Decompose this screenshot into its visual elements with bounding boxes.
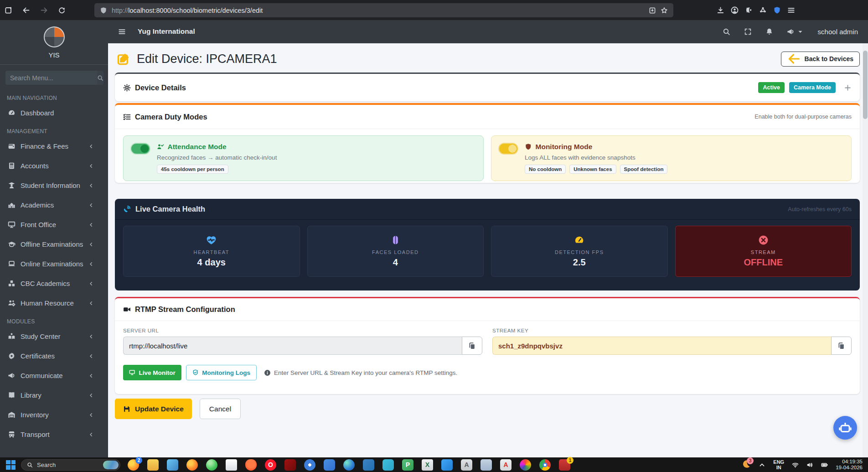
sidebar-item-label: Student Information <box>21 182 80 189</box>
sidebar-item-dashboard[interactable]: Dashboard <box>0 103 108 123</box>
taskbar-app-icon-vscode[interactable] <box>441 459 453 471</box>
monitoring-logs-button[interactable]: Monitoring Logs <box>186 365 257 380</box>
adblock-shield-icon[interactable] <box>773 6 781 14</box>
taskbar-app-icon-sheet[interactable]: X <box>422 459 433 471</box>
monitoring-toggle[interactable] <box>499 144 517 154</box>
list-check-icon <box>123 113 131 121</box>
sidebar-item-offline-examinations[interactable]: Offline Examinations <box>0 234 108 254</box>
sidebar-item-label: Dashboard <box>21 109 54 117</box>
taskbar-app-icon-app-steel[interactable] <box>363 459 374 471</box>
back-to-devices-button[interactable]: Back to Devices <box>781 52 860 67</box>
copy-server-url-button[interactable] <box>462 337 482 355</box>
sidebar-item-student-information[interactable]: Student Information <box>0 176 108 195</box>
taskbar-app-icon-media-player[interactable] <box>284 459 296 471</box>
sidebar-item-front-office[interactable]: Front Office <box>0 215 108 234</box>
volume-icon[interactable] <box>806 462 813 468</box>
sidebar-item-certificates[interactable]: Certificates <box>0 346 108 366</box>
stream-key-input[interactable] <box>492 337 831 355</box>
taskbar-app-icon-firefox-dev[interactable] <box>186 459 198 471</box>
sidebar-item-inventory[interactable]: Inventory <box>0 405 108 425</box>
tray-chevron-up-icon[interactable] <box>759 462 765 468</box>
cancel-button[interactable]: Cancel <box>200 399 241 419</box>
taskbar-app-icon-app-silver-blue[interactable] <box>480 459 492 471</box>
sidebar-item-finance-fees[interactable]: Finance & Fees <box>0 136 108 156</box>
taskbar-app-icon-acrobat[interactable]: A <box>500 459 512 471</box>
browser-forward-button[interactable] <box>40 6 48 14</box>
sidebar-search-input[interactable] <box>5 71 97 85</box>
language-indicator[interactable]: ENGIN <box>773 459 784 470</box>
sidebar-item-label: Online Examinations <box>21 260 83 268</box>
sidebar-item-academics[interactable]: Academics <box>0 195 108 215</box>
attendance-toggle[interactable] <box>131 144 150 154</box>
address-bar[interactable]: http://localhost:8000/school/biometric/d… <box>94 3 673 17</box>
shield-check-icon <box>192 369 199 376</box>
taskbar-app-icon-file-explorer[interactable] <box>147 459 159 471</box>
taskbar-app-icon-color-wheel[interactable] <box>520 459 531 471</box>
expand-card-icon[interactable] <box>844 84 852 92</box>
save-to-pocket-icon[interactable] <box>649 7 656 14</box>
laptop-icon <box>8 260 21 268</box>
server-url-label: SERVER URL <box>123 328 482 333</box>
arrow-left-icon <box>787 52 801 66</box>
sidebar-item-cbc-academics[interactable]: CBC Academics <box>0 274 108 293</box>
account-icon[interactable] <box>731 6 739 14</box>
browser-back-button[interactable] <box>22 6 30 14</box>
monitoring-mode-description: Logs ALL faces with evidence snapshots <box>525 154 667 161</box>
logo-block[interactable]: YIS <box>0 20 108 65</box>
site-security-icon[interactable] <box>100 7 107 14</box>
sidebar-item-study-center[interactable]: Study Center <box>0 327 108 346</box>
sidebar-item-label: Finance & Fees <box>21 142 68 150</box>
sidebar-item-library[interactable]: Library <box>0 385 108 405</box>
browser-tab-icon[interactable] <box>5 6 12 14</box>
wifi-icon[interactable] <box>792 462 799 468</box>
taskbar-app-icon-edge[interactable] <box>343 459 355 471</box>
sidebar-item-transport[interactable]: Transport <box>0 425 108 444</box>
live-monitor-button[interactable]: Live Monitor <box>123 365 181 380</box>
user-menu[interactable]: school admin <box>818 28 858 36</box>
heart-pulse-icon <box>206 235 217 245</box>
browser-reload-button[interactable] <box>58 6 66 14</box>
bookmark-star-icon[interactable] <box>661 7 668 14</box>
taskbar-app-icon-opera[interactable]: O <box>265 459 276 471</box>
chatbot-fab[interactable] <box>833 416 857 440</box>
announcements-menu[interactable] <box>787 28 804 36</box>
taskbar-app-icon-app-silver-a[interactable]: A <box>461 459 472 471</box>
sidebar-search-button[interactable] <box>97 71 103 85</box>
taskbar-app-icon-app-blue[interactable] <box>324 459 335 471</box>
tray-app-icon[interactable]: 3 <box>741 459 751 471</box>
sidebar-item-communicate[interactable]: Communicate <box>0 366 108 385</box>
molecule-extension-icon[interactable] <box>759 6 767 14</box>
taskbar-app-icon-camera-teal[interactable] <box>382 459 394 471</box>
taskbar-app-icon-firefox[interactable]: 2 <box>128 459 139 471</box>
sidebar-item-accounts[interactable]: Accounts <box>0 156 108 176</box>
update-device-button[interactable]: Update Device <box>115 399 192 419</box>
server-url-input[interactable] <box>123 337 462 355</box>
taskbar-app-icon-photos[interactable] <box>167 459 178 471</box>
sidebar-toggle-icon[interactable] <box>118 28 126 36</box>
taskbar-search[interactable]: Search <box>21 459 120 471</box>
taskbar-app-icon-chrome[interactable] <box>539 459 551 471</box>
sidebar-item-human-resource[interactable]: Human Resource <box>0 293 108 313</box>
copy-stream-key-button[interactable] <box>831 337 852 355</box>
app-navbar: Yug International school admin <box>108 20 868 43</box>
page-scrollbar[interactable] <box>863 43 868 457</box>
sidebar-item-online-examinations[interactable]: Online Examinations <box>0 254 108 274</box>
taskbar-app-icon-pc-manager[interactable]: P <box>402 459 413 471</box>
scrollbar-thumb[interactable] <box>863 51 868 119</box>
navbar-search-icon[interactable] <box>723 28 730 36</box>
taskbar-clock[interactable]: 04:19:3519-04-2026 <box>836 459 863 471</box>
taskbar-app-icon-brave[interactable] <box>245 459 257 471</box>
extensions-icon[interactable] <box>745 6 753 14</box>
taskbar-app-icon-alert-app[interactable]: 1 <box>559 459 570 471</box>
taskbar-app-icon-green-sphere[interactable] <box>206 459 217 471</box>
notifications-bell-icon[interactable] <box>765 28 773 36</box>
save-icon <box>123 405 130 413</box>
downloads-icon[interactable] <box>717 6 724 14</box>
browser-menu-icon[interactable] <box>787 6 795 14</box>
start-button[interactable] <box>6 460 16 470</box>
taskbar-app-icon-settings[interactable] <box>304 459 315 471</box>
battery-icon[interactable] <box>821 462 828 468</box>
fullscreen-icon[interactable] <box>744 28 752 36</box>
page-title: Edit Device: IPCAMERA1 <box>137 52 277 66</box>
taskbar-app-icon-notepad[interactable] <box>226 459 237 471</box>
